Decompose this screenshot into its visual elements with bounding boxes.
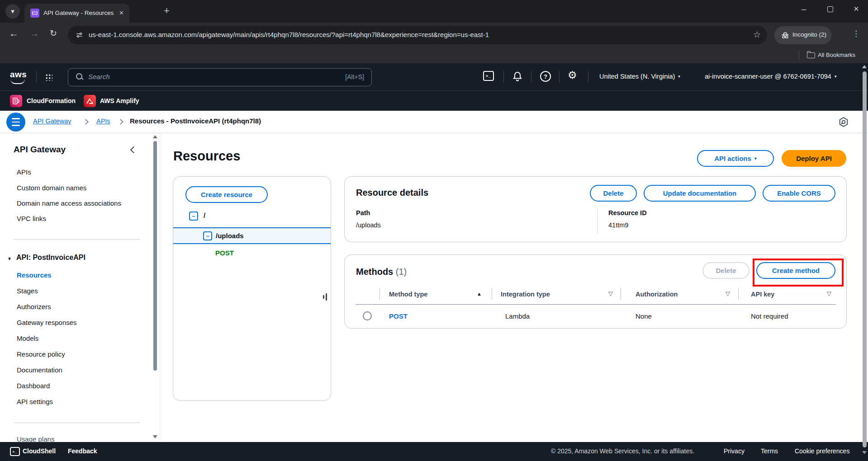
sidebar-item-stages[interactable]: Stages: [17, 287, 38, 295]
cloudshell-icon[interactable]: >_: [10, 447, 20, 456]
api-actions-button[interactable]: API actions ▾: [697, 150, 774, 167]
create-resource-button[interactable]: Create resource: [185, 186, 268, 203]
aws-logo[interactable]: aws: [10, 70, 27, 80]
all-bookmarks-label[interactable]: All Bookmarks: [818, 52, 855, 58]
sidebar-item-usage-plans-partial[interactable]: Usage plans: [17, 435, 54, 442]
reload-icon[interactable]: ↻: [50, 28, 57, 38]
delete-method-button[interactable]: Delete: [702, 262, 749, 279]
sidebar-item-domain-name-access-associations[interactable]: Domain name access associations: [17, 199, 121, 207]
create-method-button[interactable]: Create method: [756, 262, 835, 279]
window-minimize-button[interactable]: –: [793, 0, 814, 18]
sidebar-api-section-title[interactable]: API: PostInvoiceAPI: [16, 254, 85, 262]
window-restore-button[interactable]: [820, 0, 840, 18]
tree-method-post[interactable]: POST: [215, 249, 234, 257]
footer-cookie-preferences[interactable]: Cookie preferences: [795, 447, 849, 455]
col-api-key[interactable]: API key: [751, 291, 774, 298]
row-radio-button[interactable]: [363, 311, 372, 320]
sidebar-item-models[interactable]: Models: [17, 334, 38, 342]
sidebar-collapse-icon[interactable]: [130, 146, 138, 154]
sidebar-item-resource-policy[interactable]: Resource policy: [17, 350, 65, 358]
sidebar-item-authorizers[interactable]: Authorizers: [17, 303, 51, 310]
footer-cloudshell[interactable]: CloudShell: [23, 447, 56, 455]
page-scrollbar[interactable]: [861, 63, 868, 461]
scroll-up-icon[interactable]: [862, 65, 867, 68]
browser-tab[interactable]: API Gateway - Resources ✕: [24, 4, 129, 23]
col-method-type[interactable]: Method type: [389, 291, 427, 298]
tab-title: API Gateway - Resources: [43, 9, 114, 16]
filter-icon[interactable]: ▽: [827, 290, 831, 297]
filter-icon[interactable]: ▽: [608, 290, 613, 297]
deploy-api-button[interactable]: Deploy API: [782, 150, 846, 167]
sort-asc-icon[interactable]: ▲: [477, 291, 482, 296]
region-selector[interactable]: United States (N. Virginia)▾: [599, 73, 680, 80]
site-settings-icon[interactable]: [76, 31, 83, 39]
sidebar-item-dashboard[interactable]: Dashboard: [17, 382, 50, 390]
details-column-divider: [597, 208, 598, 234]
panel-resize-handle[interactable]: [323, 295, 324, 299]
favorite-aws-amplify[interactable]: AWS Amplify: [100, 97, 139, 104]
page-scrollbar-thumb[interactable]: [863, 71, 867, 447]
services-grid-icon[interactable]: [45, 74, 52, 81]
main-content: Resources API actions ▾ Deploy API Creat…: [160, 133, 868, 442]
sidebar-item-vpc-links[interactable]: VPC links: [17, 215, 46, 222]
nav-divider: [588, 71, 588, 83]
caret-down-icon: ▾: [835, 74, 837, 79]
sidebar-item-gateway-responses[interactable]: Gateway responses: [17, 319, 77, 326]
scroll-down-icon[interactable]: [862, 451, 867, 454]
settings-gear-icon[interactable]: ⚙: [568, 69, 577, 81]
col-authorization[interactable]: Authorization: [636, 291, 678, 298]
account-label: ai-invoice-scanner-user @ 6762-0691-7094: [705, 73, 831, 80]
update-documentation-button[interactable]: Update documentation: [644, 185, 756, 202]
delete-resource-button[interactable]: Delete: [590, 185, 637, 202]
filter-icon[interactable]: ▽: [726, 290, 730, 297]
aws-search-box[interactable]: Search [Alt+S]: [68, 68, 372, 86]
incognito-badge[interactable]: Incognito (2): [774, 26, 831, 44]
cloudshell-icon[interactable]: >_: [483, 71, 494, 81]
favorite-cloudformation[interactable]: CloudFormation: [27, 97, 76, 104]
tab-close-icon[interactable]: ✕: [119, 9, 124, 16]
tab-search-button[interactable]: ▾: [5, 4, 20, 19]
scroll-down-icon[interactable]: [153, 435, 157, 438]
sidebar: API Gateway APIs Custom domain names Dom…: [0, 133, 159, 442]
new-tab-button[interactable]: +: [164, 5, 170, 17]
column-divider: [621, 288, 621, 300]
column-divider: [738, 288, 739, 300]
sidebar-item-apis[interactable]: APIs: [17, 168, 31, 176]
account-menu[interactable]: ai-invoice-scanner-user @ 6762-0691-7094…: [705, 73, 836, 80]
breadcrumb-api-gateway[interactable]: API Gateway: [33, 118, 71, 125]
bookmark-star-icon[interactable]: ☆: [753, 29, 761, 40]
hamburger-menu-button[interactable]: [6, 113, 25, 132]
sidebar-item-custom-domain-names[interactable]: Custom domain names: [17, 184, 86, 192]
back-icon[interactable]: ←: [9, 28, 19, 39]
tree-collapse-root-icon[interactable]: −: [189, 212, 198, 221]
sidebar-scrollbar[interactable]: [152, 133, 158, 442]
forward-icon[interactable]: →: [30, 28, 39, 39]
address-bar[interactable]: us-east-1.console.aws.amazon.com/apigate…: [68, 26, 767, 44]
url-text[interactable]: us-east-1.console.aws.amazon.com/apigate…: [89, 31, 489, 38]
scroll-up-icon[interactable]: [153, 135, 157, 138]
panel-resize-handle[interactable]: [326, 293, 327, 301]
window-close-button[interactable]: ✕: [846, 0, 867, 18]
notifications-bell-icon[interactable]: [512, 71, 523, 82]
section-caret-icon[interactable]: ▼: [7, 256, 12, 261]
col-integration-type[interactable]: Integration type: [501, 291, 550, 298]
footer-terms[interactable]: Terms: [761, 447, 778, 455]
nav-divider: [531, 71, 531, 83]
sidebar-item-resources[interactable]: Resources: [17, 271, 52, 279]
tree-uploads-path[interactable]: /uploads: [216, 232, 244, 240]
tree-root-path[interactable]: /: [204, 212, 205, 219]
sidebar-scrollbar-thumb[interactable]: [153, 141, 157, 371]
footer-feedback[interactable]: Feedback: [68, 447, 97, 455]
sidebar-item-api-settings[interactable]: API settings: [17, 398, 53, 405]
tree-collapse-uploads-icon[interactable]: −: [203, 231, 212, 240]
tree-selected-row[interactable]: − /uploads: [173, 227, 331, 244]
help-icon[interactable]: ?: [540, 71, 551, 82]
enable-cors-button[interactable]: Enable CORS: [763, 185, 835, 202]
cloudshell-hexagon-icon[interactable]: [838, 117, 849, 127]
folder-icon: [807, 52, 815, 58]
sidebar-item-documentation[interactable]: Documentation: [17, 366, 62, 374]
footer-privacy[interactable]: Privacy: [724, 447, 745, 455]
breadcrumb-apis[interactable]: APIs: [96, 118, 110, 125]
browser-menu-icon[interactable]: ⋮: [852, 29, 860, 38]
method-post-link[interactable]: POST: [389, 312, 408, 320]
